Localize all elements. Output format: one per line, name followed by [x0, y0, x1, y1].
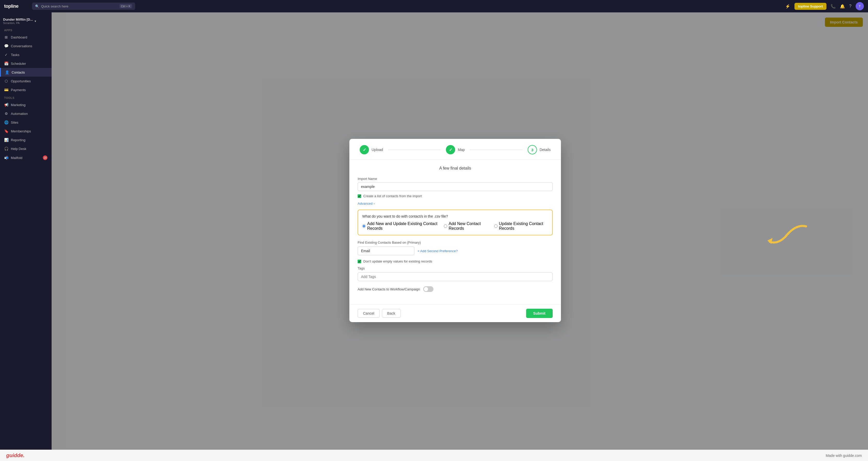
- top-navbar: topline 🔍 Quick search here Ctrl + K ⚡ t…: [0, 0, 868, 12]
- dont-update-checkbox[interactable]: [358, 260, 361, 263]
- find-existing-section: Find Existing Contacts Based on (Primary…: [358, 241, 553, 255]
- sites-icon: 🌐: [4, 120, 8, 124]
- sidebar-item-reporting[interactable]: 📊 Reporting: [0, 135, 52, 144]
- guidde-made-with: Made with guidde.com: [826, 454, 862, 458]
- sidebar-item-label: Sites: [11, 121, 18, 124]
- search-icon: 🔍: [35, 4, 39, 8]
- mailfold-badge: 18: [43, 155, 48, 160]
- radio-option-update-existing[interactable]: Update Existing Contact Records: [494, 221, 548, 231]
- radio-section-title: What do you want to do with contact/s in…: [362, 214, 548, 218]
- radio-add-update-label: Add New and Update Existing Contact Reco…: [367, 221, 438, 231]
- back-button[interactable]: Back: [382, 309, 401, 318]
- sidebar-item-label: Conversations: [11, 44, 32, 48]
- sidebar-item-conversations[interactable]: 💬 Conversations: [0, 41, 52, 50]
- opportunities-icon: ⬡: [4, 79, 8, 83]
- submit-button[interactable]: Submit: [526, 309, 553, 318]
- step-connector-2: [470, 150, 523, 150]
- automation-icon: ⚙: [4, 112, 8, 116]
- support-button[interactable]: topline Support: [795, 3, 827, 10]
- advanced-link[interactable]: Advanced ›: [358, 202, 375, 206]
- progress-steps: ✓ Upload ✓ Map 3 Details: [349, 139, 561, 160]
- workspace-selector[interactable]: Dunder Mifflin [D... Scranton, PA ▾: [0, 16, 52, 27]
- guidde-footer: guidde. Made with guidde.com: [0, 450, 868, 461]
- radio-option-add-new[interactable]: Add New Contact Records: [444, 221, 488, 231]
- sidebar-apps-label: Apps: [0, 27, 52, 33]
- step-details: 3 Details: [528, 145, 551, 154]
- sidebar-item-label: Help Desk: [11, 147, 26, 151]
- sidebar-item-label: Contacts: [11, 70, 25, 74]
- radio-add-new-label: Add New Contact Records: [449, 221, 488, 231]
- radio-section: What do you want to do with contact/s in…: [358, 210, 553, 236]
- sidebar-item-opportunities[interactable]: ⬡ Opportunities: [0, 76, 52, 86]
- sidebar-item-mailfold[interactable]: 📬 Mailfold 18: [0, 153, 52, 162]
- sidebar-item-contacts[interactable]: 👤 Contacts: [0, 68, 52, 76]
- mailfold-icon: 📬: [4, 156, 8, 160]
- guidde-logo: guidde.: [6, 453, 25, 458]
- create-list-row: Create a list of contacts from the impor…: [358, 194, 553, 198]
- payments-icon: 💳: [4, 88, 8, 92]
- sidebar-item-dashboard[interactable]: ⊞ Dashboard: [0, 33, 52, 41]
- sidebar-item-label: Reporting: [11, 138, 25, 142]
- radio-option-add-update[interactable]: Add New and Update Existing Contact Reco…: [362, 221, 438, 231]
- step-details-label: Details: [539, 148, 551, 152]
- phone-icon[interactable]: 📞: [831, 4, 836, 9]
- workflow-toggle-row: Add New Contacts to Workflow/Campaign: [358, 286, 553, 292]
- step-connector-1: [388, 150, 441, 150]
- sidebar-item-sites[interactable]: 🌐 Sites: [0, 118, 52, 127]
- sidebar-item-helpdesk[interactable]: 🎧 Help Desk: [0, 144, 52, 153]
- marketing-icon: 📢: [4, 103, 8, 107]
- sidebar-item-marketing[interactable]: 📢 Marketing: [0, 100, 52, 109]
- add-preference-link[interactable]: + Add Second Preference?: [417, 249, 458, 253]
- sidebar-tools-label: Tools: [0, 94, 52, 100]
- sidebar-item-memberships[interactable]: 🔖 Memberships: [0, 127, 52, 135]
- sidebar-item-label: Memberships: [11, 129, 31, 133]
- memberships-icon: 🔖: [4, 129, 8, 133]
- chevron-right-icon: ›: [374, 202, 375, 206]
- modal-title: A few final details: [358, 166, 553, 171]
- sidebar: Dunder Mifflin [D... Scranton, PA ▾ Apps…: [0, 12, 52, 461]
- modal-footer: Cancel Back Submit: [349, 304, 561, 322]
- tags-label: Tags: [358, 266, 553, 270]
- help-icon[interactable]: ?: [849, 4, 851, 8]
- dont-update-label: Don't update empty values for existing r…: [363, 259, 432, 263]
- user-avatar[interactable]: T: [856, 2, 864, 10]
- conversations-icon: 💬: [4, 44, 8, 48]
- tags-input[interactable]: [358, 272, 553, 281]
- step-upload: ✓ Upload: [360, 145, 383, 154]
- footer-left-buttons: Cancel Back: [358, 309, 401, 318]
- step-map-label: Map: [458, 148, 465, 152]
- workspace-location: Scranton, PA: [3, 22, 33, 25]
- workspace-name: Dunder Mifflin [D...: [3, 18, 33, 22]
- modal-body: A few final details Import Name Create a…: [349, 160, 561, 304]
- import-modal: ✓ Upload ✓ Map 3 Details A few final det…: [349, 139, 561, 322]
- import-name-input[interactable]: [358, 182, 553, 191]
- scheduler-icon: 📅: [4, 61, 8, 66]
- sidebar-item-scheduler[interactable]: 📅 Scheduler: [0, 59, 52, 68]
- import-name-label: Import Name: [358, 177, 553, 181]
- step-upload-icon: ✓: [360, 145, 369, 154]
- sidebar-item-tasks[interactable]: ✓ Tasks: [0, 50, 52, 59]
- sidebar-item-label: Mailfold: [11, 156, 23, 160]
- cancel-button[interactable]: Cancel: [358, 309, 380, 318]
- find-dropdown[interactable]: Email Phone: [358, 246, 414, 255]
- create-list-checkbox[interactable]: [358, 194, 361, 198]
- radio-update-existing-input[interactable]: [494, 224, 497, 228]
- bell-icon[interactable]: 🔔: [840, 4, 845, 9]
- sidebar-item-label: Tasks: [11, 53, 19, 57]
- search-bar[interactable]: 🔍 Quick search here Ctrl + K: [32, 3, 135, 10]
- sidebar-item-payments[interactable]: 💳 Payments: [0, 86, 52, 94]
- contacts-icon: 👤: [5, 70, 9, 74]
- workflow-toggle[interactable]: [423, 286, 433, 292]
- sidebar-item-automation[interactable]: ⚙ Automation: [0, 109, 52, 118]
- app-logo: topline: [4, 4, 19, 9]
- radio-options: Add New and Update Existing Contact Reco…: [362, 221, 548, 231]
- radio-add-new-input[interactable]: [444, 224, 447, 228]
- radio-add-update-input[interactable]: [362, 224, 366, 228]
- find-row: Email Phone + Add Second Preference?: [358, 246, 553, 255]
- search-shortcut: Ctrl + K: [120, 4, 132, 8]
- lightning-icon[interactable]: ⚡: [785, 4, 790, 9]
- tags-section: Tags: [358, 266, 553, 281]
- search-placeholder: Quick search here: [41, 4, 69, 8]
- sidebar-item-label: Opportunities: [11, 79, 31, 83]
- dashboard-icon: ⊞: [4, 35, 8, 39]
